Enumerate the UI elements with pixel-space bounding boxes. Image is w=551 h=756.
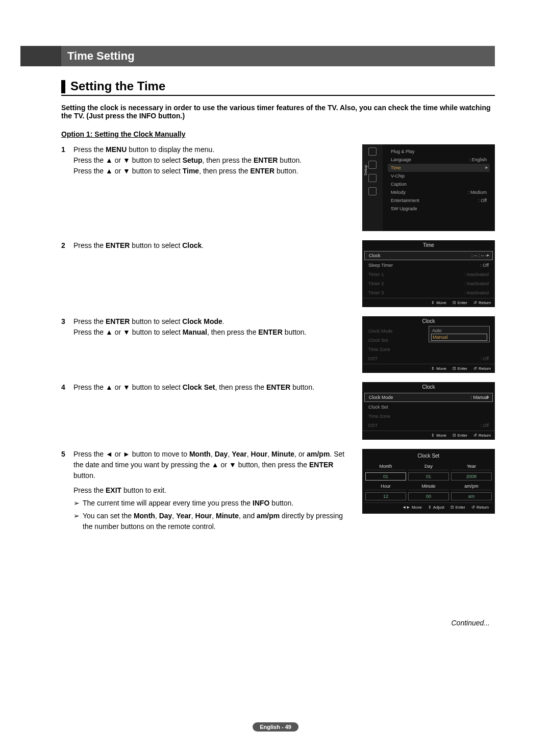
osd-title: Clock — [362, 382, 495, 392]
clockset-val: 00 — [408, 492, 449, 500]
osd-item: DST: Off — [364, 421, 493, 430]
title-bar — [61, 80, 65, 93]
osd-screenshot-clock-mode: Clock Clock Mode: ManualClock SetTime Zo… — [362, 382, 495, 440]
osd-title: Clock Set — [364, 451, 493, 461]
popup-option: Manual — [431, 334, 487, 341]
clockset-col: am/pm — [451, 483, 492, 490]
osd-screenshot-setup: Setup Plug & PlayLanguage: EnglishTimeV-… — [362, 144, 495, 231]
step-text: Press the ENTER button to select Clock. — [73, 240, 352, 251]
note-marker-icon: ➢ — [73, 498, 80, 509]
note-marker-icon: ➢ — [73, 511, 80, 532]
clockset-val: 12 — [365, 492, 406, 500]
step-number: 4 — [61, 382, 68, 393]
note-text: The current time will appear every time … — [83, 498, 293, 509]
osd-screenshot-time: Time Clock: -- : -- --Sleep Timer: OffTi… — [362, 240, 495, 307]
step-number: 2 — [61, 240, 68, 251]
osd-item: Clock: -- : -- -- — [364, 251, 493, 260]
step-text: Press the ▲ or ▼ button to select Clock … — [73, 382, 352, 393]
osd-item: Timer 3: Inactivated — [364, 289, 493, 297]
osd-item: Timer 1: Inactivated — [364, 270, 493, 279]
step-text: Press the ◄ or ► button to move to Month… — [73, 449, 352, 532]
osd-popup: Auto Manual — [429, 326, 490, 342]
osd-row: Plug & Play — [388, 147, 490, 156]
osd-row: SW Upgrade — [388, 205, 490, 213]
osd-screenshot-clock-popup: Clock Auto Manual Clock ModeClock SetTim… — [362, 316, 495, 373]
continued-label: Continued... — [61, 619, 490, 627]
osd-title: Time — [362, 240, 495, 250]
clockset-col: Minute — [408, 483, 449, 490]
input-icon — [368, 174, 377, 182]
option-title: Option 1: Setting the Clock Manually — [61, 130, 495, 138]
osd-item: Clock Mode: Manual — [364, 393, 493, 402]
osd-row: Melody: Medium — [388, 188, 490, 196]
popup-option: Auto — [431, 327, 487, 334]
clockset-val: 01 — [408, 472, 449, 481]
section-header-text: Time Setting — [67, 49, 135, 63]
osd-item: Clock Set — [364, 403, 493, 411]
step-text: Press the ENTER button to select Clock M… — [73, 316, 352, 338]
osd-item: DST: Off — [364, 355, 493, 363]
osd-title: Clock — [362, 316, 495, 326]
note-text: You can set the Month, Day, Year, Hour, … — [83, 511, 352, 532]
page-number: English - 49 — [253, 722, 298, 732]
clockset-col: Day — [408, 463, 449, 470]
osd-row: Entertainment: Off — [388, 196, 490, 205]
clockset-col: Year — [451, 463, 492, 470]
osd-row: Time — [388, 164, 490, 172]
gear-icon — [368, 161, 377, 169]
osd-item: Timer 2: Inactivated — [364, 280, 493, 288]
step-number: 1 — [61, 144, 68, 177]
clockset-col: Month — [365, 463, 406, 470]
clockset-val: 01 — [365, 472, 406, 481]
clockset-val: 2008 — [451, 472, 492, 481]
osd-row: V-Chip — [388, 172, 490, 180]
step-extra: Press the EXIT button to exit. — [73, 485, 352, 496]
osd-screenshot-clockset: Clock Set Month Day Year 01 01 2008 Hour… — [362, 449, 495, 514]
intro-text: Setting the clock is necessary in order … — [61, 104, 495, 120]
osd-item: Sleep Timer: Off — [364, 261, 493, 269]
step-number: 3 — [61, 316, 68, 338]
tool-icon — [368, 147, 377, 156]
section-header: Time Setting — [20, 46, 495, 66]
step-number: 5 — [61, 449, 68, 532]
osd-row: Language: English — [388, 156, 490, 164]
osd-row: Caption — [388, 180, 490, 188]
osd-item: Time Zone — [364, 345, 493, 354]
clockset-col: Hour — [365, 483, 406, 490]
step-text: Press the MENU button to display the men… — [73, 144, 352, 177]
clockset-val: am — [451, 492, 492, 500]
osd-item: Time Zone — [364, 412, 493, 420]
page-title: Setting the Time — [70, 79, 165, 93]
osd-side-label: Setup — [363, 165, 368, 175]
pip-icon — [368, 187, 377, 195]
